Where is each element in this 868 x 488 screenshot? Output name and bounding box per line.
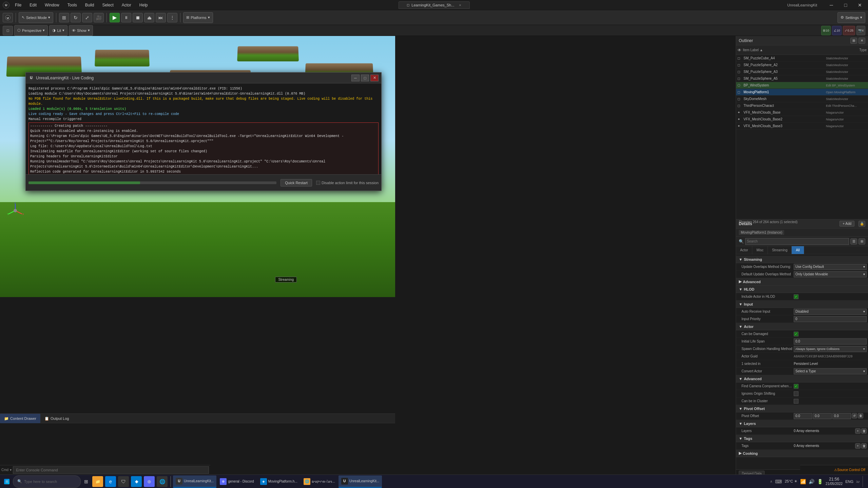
taskbar-app-vs-moving[interactable]: ◈ MovingPlatform.h... xyxy=(257,475,300,488)
disable-action-limit-checkbox[interactable]: Disable action limit for this session xyxy=(316,181,379,185)
input-priority-field[interactable] xyxy=(794,316,867,322)
details-eye-button[interactable]: ⊞ xyxy=(859,238,865,245)
show-button[interactable]: 👁 Show ▾ xyxy=(69,25,93,36)
taskbar-app-browser[interactable]: 🌐 נינג'ו פרויקטים... xyxy=(301,475,338,488)
menu-build[interactable]: Build xyxy=(84,2,96,8)
camera-speed-button[interactable]: 🎥 xyxy=(94,13,104,22)
auto-input-dropdown[interactable]: Disabled ▾ xyxy=(794,309,867,315)
snap-scale-button[interactable]: ⤢ xyxy=(82,13,92,22)
viewport-options-button[interactable]: ◻ xyxy=(3,26,13,35)
eject-button[interactable]: ⏏ xyxy=(144,13,154,22)
dialog-minimize-button[interactable]: ─ xyxy=(351,75,360,81)
perspective-button[interactable]: ⬡ Perspective ▾ xyxy=(14,25,48,36)
pause-button[interactable]: ⏸ xyxy=(121,13,131,22)
tags-add-button[interactable]: + xyxy=(855,443,861,449)
angle-snap-indicator[interactable]: ∠ 10 xyxy=(832,26,842,35)
tab-actor[interactable]: Actor xyxy=(736,246,752,254)
menu-help[interactable]: Help xyxy=(138,2,149,8)
snap-rotate-button[interactable]: ↻ xyxy=(71,13,81,22)
task-view-button[interactable]: ⊞ xyxy=(81,475,91,488)
can-be-cluster-checkbox[interactable] xyxy=(794,399,798,404)
project-name-tab[interactable]: ◻ LearningKit_Games_Sh... × xyxy=(398,1,469,9)
menu-window[interactable]: Window xyxy=(43,2,61,8)
taskbar-app-discord-pinned[interactable]: ⊕ xyxy=(144,476,155,487)
taskbar-app-vscode[interactable]: ◈ xyxy=(131,476,142,487)
platforms-button[interactable]: ⊞ Platforms ▾ xyxy=(183,12,213,23)
tags-delete-button[interactable]: 🗑 xyxy=(861,443,867,449)
outliner-row-10[interactable]: ✦ VFX_MeshClouds_Base3 NiagaraActor xyxy=(736,123,868,130)
details-search-input[interactable] xyxy=(745,238,849,245)
settings-button[interactable]: ⚙ Settings ▾ xyxy=(837,12,865,23)
include-hlod-checkbox[interactable]: ✓ xyxy=(794,294,798,299)
outliner-view-options[interactable]: ⊞ xyxy=(850,38,857,44)
outliner-row-5[interactable]: ◻ MovingPlatform1 Open MovingPlatform xyxy=(736,89,868,96)
dialog-log-content[interactable]: Registered process C:\Program Files\Epic… xyxy=(26,83,381,174)
pivot-delete-button[interactable]: 🗑 xyxy=(858,413,863,418)
outliner-row-7[interactable]: ◻ ThirdPersonCharact Edit ThirdPersonCha… xyxy=(736,102,868,109)
outliner-row-9[interactable]: ✦ VFX_MeshClouds_Base2 NiagaraActor xyxy=(736,116,868,123)
quick-restart-button[interactable]: Quick Restart xyxy=(281,179,312,187)
section-advanced-2[interactable]: ▼ Advanced xyxy=(736,375,868,383)
layers-delete-button[interactable]: 🗑 xyxy=(861,428,867,434)
taskbar-app-unreal-2[interactable]: U UnrealLearningKit... xyxy=(339,475,382,488)
menu-actor[interactable]: Actor xyxy=(120,2,133,8)
grid-snap-indicator[interactable]: ⊞ 10 xyxy=(821,26,831,35)
dialog-maximize-button[interactable]: □ xyxy=(361,75,369,81)
section-hlod[interactable]: ▼ HLOD xyxy=(736,286,868,293)
ignores-origin-checkbox[interactable] xyxy=(794,391,798,396)
close-button[interactable]: ✕ xyxy=(853,0,867,10)
section-advanced-1[interactable]: ▶ Advanced xyxy=(736,278,868,286)
outliner-row-6[interactable]: ◻ SkyDomeMesh StaticMeshActor xyxy=(736,96,868,102)
project-close-icon[interactable]: × xyxy=(459,3,461,7)
minimize-button[interactable]: ─ xyxy=(825,0,838,10)
maximize-button[interactable]: □ xyxy=(839,0,852,10)
update-overlaps-dropdown[interactable]: Use Config Default ▾ xyxy=(794,264,867,270)
play-button[interactable]: ▶ xyxy=(110,13,120,22)
taskbar-search-area[interactable]: 🔍 Type here to search xyxy=(13,475,81,488)
console-command-input[interactable] xyxy=(13,466,209,474)
outliner-row-2[interactable]: ◻ SM_PuzzleSphere_A3 StaticMeshActor xyxy=(736,69,868,75)
pivot-z-field[interactable] xyxy=(832,413,851,419)
default-overlaps-dropdown[interactable]: Only Update Movable ▾ xyxy=(794,271,867,277)
pivot-y-field[interactable] xyxy=(813,413,832,419)
select-mode-button[interactable]: ↖ Select Mode ▾ xyxy=(19,12,53,23)
viewport-gizmo[interactable]: X Y Z xyxy=(7,202,24,219)
spawn-collision-dropdown[interactable]: Always Spawn, Ignore Collisions ▾ xyxy=(794,346,867,352)
ue-toolbar-logo[interactable]: U xyxy=(3,13,13,22)
pivot-x-field[interactable] xyxy=(794,413,812,419)
outliner-row-1[interactable]: ◻ SM_PuzzleSphere_A2 StaticMeshActor xyxy=(736,62,868,69)
section-tags[interactable]: ▼ Tags xyxy=(736,435,868,442)
layers-add-button[interactable]: + xyxy=(855,428,861,434)
wifi-icon[interactable]: 📶 xyxy=(800,479,806,484)
taskbar-chevron-icon[interactable]: ∧ xyxy=(770,480,772,483)
section-input[interactable]: ▼ Input xyxy=(736,300,868,308)
dialog-close-button[interactable]: ✕ xyxy=(370,75,379,81)
taskbar-app-security[interactable]: 🛡 xyxy=(118,476,129,487)
details-filter-button[interactable]: ☰ xyxy=(850,238,857,245)
tab-all[interactable]: All xyxy=(792,246,804,254)
taskbar-app-chrome[interactable]: 🌐 xyxy=(157,476,168,487)
section-streaming[interactable]: ▼ Streaming xyxy=(736,256,868,263)
tab-misc[interactable]: Misc xyxy=(752,246,768,254)
taskbar-app-discord-chat[interactable]: ⊕ general - Discord xyxy=(217,475,256,488)
section-cooking[interactable]: ▶ Cooking xyxy=(736,450,868,457)
skip-button[interactable]: ⏭ xyxy=(156,13,166,22)
taskbar-app-explorer[interactable]: 📁 xyxy=(92,476,103,487)
lit-button[interactable]: ◑ Lit ▾ xyxy=(49,25,67,36)
find-camera-checkbox[interactable]: ✓ xyxy=(794,384,798,389)
menu-edit[interactable]: Edit xyxy=(28,2,38,8)
time-date-area[interactable]: 21:56 21/05/2022 xyxy=(826,477,843,486)
scale-snap-indicator[interactable]: ⤢ 0.25 xyxy=(843,26,855,35)
section-layers[interactable]: ▼ Layers xyxy=(736,420,868,427)
outliner-row-4[interactable]: ⬡ BP_WindSystem Edit BP_WindSystem xyxy=(736,82,868,89)
outliner-row-8[interactable]: ✦ VFX_MeshClouds_Base NiagaraActor xyxy=(736,109,868,116)
camera-indicator[interactable]: 📷 4 xyxy=(856,26,865,35)
taskbar-app-unreal[interactable]: U UnrealLearningKit... xyxy=(173,475,216,488)
output-log-tab[interactable]: 📋 Output Log xyxy=(40,414,73,423)
can-be-damaged-checkbox[interactable]: ✓ xyxy=(794,332,798,336)
menu-tools[interactable]: Tools xyxy=(66,2,78,8)
section-pivot-offset[interactable]: ▼ Pivot Offset xyxy=(736,405,868,412)
tab-streaming[interactable]: Streaming xyxy=(768,246,792,254)
start-button[interactable]: ⊞ xyxy=(1,475,12,488)
life-span-field[interactable] xyxy=(794,338,867,345)
